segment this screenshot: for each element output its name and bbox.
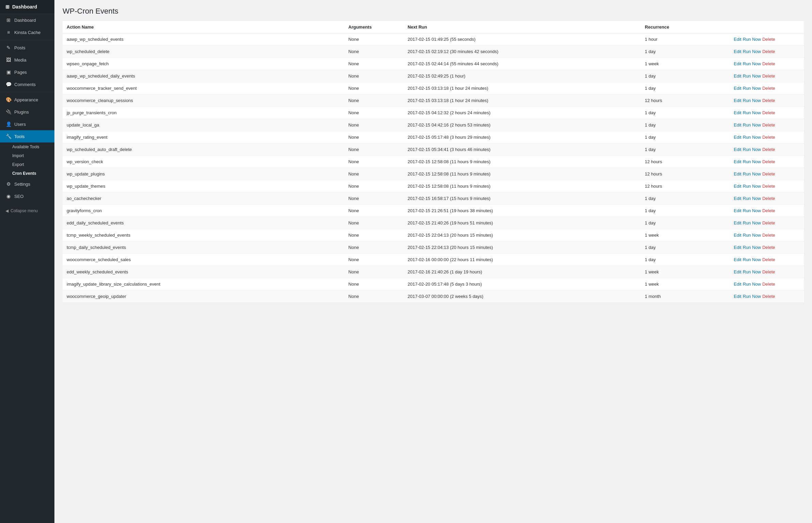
- cell-recurrence: 12 hours: [641, 95, 730, 107]
- sidebar-item-media[interactable]: 🖼 Media: [0, 54, 54, 66]
- delete-link[interactable]: Delete: [762, 98, 775, 103]
- edit-link[interactable]: Edit: [734, 61, 741, 66]
- run-now-link[interactable]: Run Now: [743, 233, 761, 238]
- delete-link[interactable]: Delete: [762, 73, 775, 79]
- run-now-link[interactable]: Run Now: [743, 61, 761, 66]
- edit-link[interactable]: Edit: [734, 135, 741, 140]
- edit-link[interactable]: Edit: [734, 37, 741, 42]
- run-now-link[interactable]: Run Now: [743, 147, 761, 152]
- edit-link[interactable]: Edit: [734, 86, 741, 91]
- main-content: WP-Cron Events Action Name Arguments Nex…: [54, 0, 812, 523]
- table-row: wp_scheduled_auto_draft_deleteNone2017-0…: [63, 144, 804, 156]
- run-now-link[interactable]: Run Now: [743, 37, 761, 42]
- cell-next-run: 2017-02-15 12:58:08 (11 hours 9 minutes): [403, 180, 641, 192]
- delete-link[interactable]: Delete: [762, 257, 775, 262]
- delete-link[interactable]: Delete: [762, 184, 775, 189]
- edit-link[interactable]: Edit: [734, 208, 741, 213]
- delete-link[interactable]: Delete: [762, 159, 775, 164]
- delete-link[interactable]: Delete: [762, 86, 775, 91]
- edit-link[interactable]: Edit: [734, 196, 741, 201]
- table-row: woocommerce_scheduled_salesNone2017-02-1…: [63, 254, 804, 266]
- edit-link[interactable]: Edit: [734, 184, 741, 189]
- cell-next-run: 2017-02-15 02:49:25 (1 hour): [403, 70, 641, 82]
- run-now-link[interactable]: Run Now: [743, 73, 761, 79]
- run-now-link[interactable]: Run Now: [743, 220, 761, 225]
- run-now-link[interactable]: Run Now: [743, 282, 761, 287]
- delete-link[interactable]: Delete: [762, 135, 775, 140]
- delete-link[interactable]: Delete: [762, 122, 775, 128]
- delete-link[interactable]: Delete: [762, 220, 775, 225]
- table-row: imagify_update_library_size_calculations…: [63, 278, 804, 290]
- run-now-link[interactable]: Run Now: [743, 294, 761, 299]
- run-now-link[interactable]: Run Now: [743, 269, 761, 274]
- sidebar-subitem-import[interactable]: Import: [0, 151, 54, 160]
- edit-link[interactable]: Edit: [734, 269, 741, 274]
- delete-link[interactable]: Delete: [762, 147, 775, 152]
- edit-link[interactable]: Edit: [734, 122, 741, 128]
- edit-link[interactable]: Edit: [734, 98, 741, 103]
- cell-arguments: None: [344, 95, 403, 107]
- run-now-link[interactable]: Run Now: [743, 184, 761, 189]
- cell-action-name: wp_version_check: [63, 156, 344, 168]
- edit-link[interactable]: Edit: [734, 282, 741, 287]
- delete-link[interactable]: Delete: [762, 282, 775, 287]
- delete-link[interactable]: Delete: [762, 37, 775, 42]
- run-now-link[interactable]: Run Now: [743, 135, 761, 140]
- run-now-link[interactable]: Run Now: [743, 86, 761, 91]
- sidebar-item-kinsta-cache[interactable]: ≡ Kinsta Cache: [0, 26, 54, 38]
- cell-recurrence: 12 hours: [641, 180, 730, 192]
- sidebar-item-plugins[interactable]: 🔌 Plugins: [0, 106, 54, 118]
- cell-arguments: None: [344, 229, 403, 241]
- run-now-link[interactable]: Run Now: [743, 257, 761, 262]
- sidebar-subitem-export[interactable]: Export: [0, 160, 54, 169]
- delete-link[interactable]: Delete: [762, 49, 775, 54]
- delete-link[interactable]: Delete: [762, 196, 775, 201]
- edit-link[interactable]: Edit: [734, 245, 741, 250]
- edit-link[interactable]: Edit: [734, 233, 741, 238]
- run-now-link[interactable]: Run Now: [743, 49, 761, 54]
- sidebar-subitem-cron-events[interactable]: Cron Events: [0, 169, 54, 178]
- run-now-link[interactable]: Run Now: [743, 245, 761, 250]
- delete-link[interactable]: Delete: [762, 61, 775, 66]
- sidebar-item-pages[interactable]: ▣ Pages: [0, 66, 54, 78]
- delete-link[interactable]: Delete: [762, 208, 775, 213]
- sidebar-item-settings[interactable]: ⚙ Settings: [0, 178, 54, 190]
- sidebar-logo[interactable]: ⊞ Dashboard: [0, 0, 54, 14]
- sidebar-item-comments[interactable]: 💬 Comments: [0, 78, 54, 90]
- cell-action-name: aawp_wp_scheduled_events: [63, 33, 344, 46]
- edit-link[interactable]: Edit: [734, 110, 741, 115]
- run-now-link[interactable]: Run Now: [743, 98, 761, 103]
- edit-link[interactable]: Edit: [734, 220, 741, 225]
- sidebar-item-posts[interactable]: ✎ Posts: [0, 41, 54, 54]
- run-now-link[interactable]: Run Now: [743, 122, 761, 128]
- run-now-link[interactable]: Run Now: [743, 196, 761, 201]
- sidebar-item-appearance[interactable]: 🎨 Appearance: [0, 94, 54, 106]
- run-now-link[interactable]: Run Now: [743, 171, 761, 176]
- edit-link[interactable]: Edit: [734, 147, 741, 152]
- edit-link[interactable]: Edit: [734, 159, 741, 164]
- delete-link[interactable]: Delete: [762, 269, 775, 274]
- edit-link[interactable]: Edit: [734, 171, 741, 176]
- delete-link[interactable]: Delete: [762, 233, 775, 238]
- run-now-link[interactable]: Run Now: [743, 110, 761, 115]
- edit-link[interactable]: Edit: [734, 257, 741, 262]
- collapse-menu-button[interactable]: ◀ Collapse menu: [0, 205, 54, 217]
- edit-link[interactable]: Edit: [734, 294, 741, 299]
- sidebar-item-users[interactable]: 👤 Users: [0, 118, 54, 130]
- sidebar-item-dashboard[interactable]: ⊞ Dashboard: [0, 14, 54, 26]
- delete-link[interactable]: Delete: [762, 171, 775, 176]
- sidebar-item-tools[interactable]: 🔧 Tools: [0, 130, 54, 142]
- run-now-link[interactable]: Run Now: [743, 208, 761, 213]
- cell-recurrence: 1 day: [641, 217, 730, 229]
- delete-link[interactable]: Delete: [762, 245, 775, 250]
- cell-recurrence: 1 week: [641, 229, 730, 241]
- run-now-link[interactable]: Run Now: [743, 159, 761, 164]
- cell-next-run: 2017-02-16 21:40:26 (1 day 19 hours): [403, 266, 641, 278]
- sidebar-subitem-available-tools[interactable]: Available Tools: [0, 142, 54, 151]
- sidebar-item-seo[interactable]: ◉ SEO: [0, 190, 54, 202]
- col-header-recurrence: Recurrence: [641, 21, 730, 33]
- delete-link[interactable]: Delete: [762, 294, 775, 299]
- delete-link[interactable]: Delete: [762, 110, 775, 115]
- edit-link[interactable]: Edit: [734, 73, 741, 79]
- edit-link[interactable]: Edit: [734, 49, 741, 54]
